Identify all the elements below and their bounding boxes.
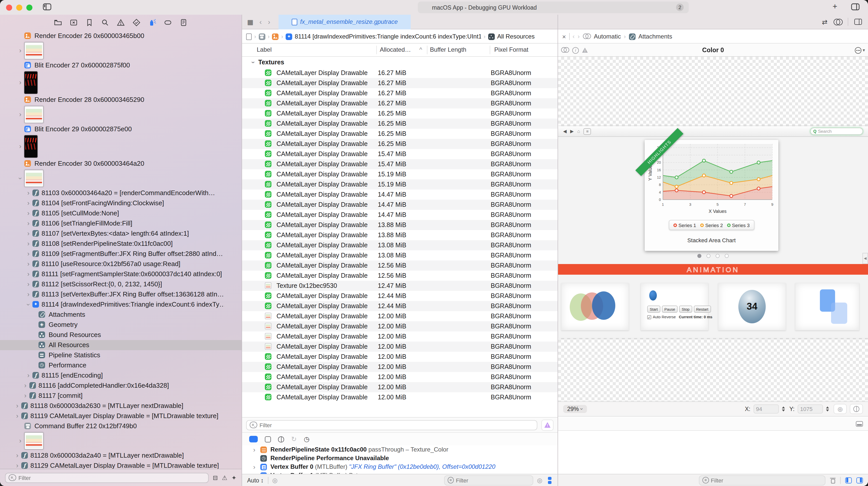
status-filter-field[interactable]: ≡ — [444, 475, 533, 485]
shader-debugger-button[interactable] — [278, 436, 284, 442]
bound-resource-row[interactable]: ›RenderPipelineState 0x11fc0ac00 passThr… — [242, 446, 558, 454]
outline-row[interactable]: ›81113 [setVertexBuffer:JFX Ring Buffer … — [0, 289, 242, 299]
search-icon[interactable] — [101, 18, 110, 27]
disclosure-chevron-icon[interactable]: › — [25, 289, 31, 299]
disclosure-chevron-icon[interactable]: › — [14, 461, 20, 469]
bound-resource-row[interactable]: ›Vertex Buffer 0 (MTLBuffer) "JFX Ring B… — [242, 463, 558, 471]
disclosure-chevron-icon[interactable]: › — [251, 463, 257, 471]
outline-row[interactable]: ›81114 [drawIndexedPrimitives:Triangle i… — [0, 299, 242, 310]
breadcrumb-tail[interactable]: All Resources — [497, 33, 534, 40]
x-input[interactable] — [756, 406, 776, 412]
reload-button[interactable]: ↻ — [291, 435, 297, 443]
collapse-handle[interactable]: ◀ — [862, 253, 868, 264]
outline-row[interactable]: ›81109 [setFragmentBuffer:JFX Ring Buffe… — [0, 249, 242, 259]
right-panel-toggle-icon[interactable] — [856, 477, 863, 483]
target-icon[interactable]: ◎ — [537, 477, 542, 484]
outline-row[interactable]: Blit Encoder 27 0x600002875f00 — [0, 60, 242, 70]
table-group-row[interactable]: › Textures — [242, 57, 558, 68]
disclosure-chevron-icon[interactable]: › — [25, 249, 31, 259]
list-icon[interactable] — [179, 18, 188, 27]
disclosure-chevron-icon[interactable]: › — [22, 380, 28, 391]
folder-icon[interactable] — [54, 18, 62, 27]
x-coordinate-field[interactable] — [753, 404, 779, 413]
disclosure-chevron-icon[interactable]: › — [25, 229, 31, 239]
table-row[interactable]: CAMetalLayer Display Drawable12.44 MiBBG… — [242, 291, 558, 301]
warning-filter-icon[interactable]: ⚠ — [222, 474, 227, 481]
auto-mode-select[interactable]: Auto ↕ — [247, 477, 264, 483]
outline-row[interactable]: ›81105 [setCullMode:None] — [0, 208, 242, 219]
disclosure-chevron-icon[interactable]: › — [25, 208, 31, 219]
outline-thumbnail-row[interactable]: › — [0, 41, 242, 60]
zoom-traffic-light[interactable] — [26, 5, 32, 11]
table-filter-input[interactable] — [259, 422, 534, 428]
bound-link[interactable]: "JFX Ring Buffer" (0x12be0deb0), Offset=… — [349, 463, 495, 470]
y-stepper[interactable] — [826, 405, 831, 413]
close-traffic-light[interactable] — [6, 5, 12, 11]
outline-row[interactable]: Render Encoder 30 0x600003464a20 — [0, 159, 242, 169]
status-filter-input[interactable] — [456, 477, 529, 483]
disclosure-chevron-icon[interactable]: › — [25, 219, 31, 229]
sparkle-filter-icon[interactable]: ✦ — [231, 474, 237, 481]
table-row[interactable]: Texture 0x12bec953012.47 MiBBGRA8Unorm — [242, 281, 558, 291]
draw-call-icon[interactable] — [286, 33, 292, 40]
outline-row[interactable]: ›81112 [setScissorRect:{0, 0, 2132, 1450… — [0, 279, 242, 289]
resource-groups-icon[interactable] — [547, 477, 553, 484]
outline-row[interactable]: ›81118 0x600003da2630 = [MTLLayer nextDr… — [0, 401, 242, 411]
table-row[interactable]: CAMetalLayer Display Drawable14.47 MiBBG… — [242, 190, 558, 200]
outline-row[interactable]: Render Encoder 28 0x600003465290 — [0, 95, 242, 105]
x-stepper[interactable] — [782, 405, 786, 413]
table-row[interactable]: CAMetalLayer Display Drawable16.27 MiBBG… — [242, 68, 558, 78]
y-coordinate-field[interactable] — [798, 404, 823, 413]
attachments-view-button[interactable] — [265, 436, 271, 442]
sort-indicator[interactable]: ^ — [419, 46, 422, 53]
right-filter-field[interactable]: ≡ — [699, 475, 826, 485]
outline-row[interactable]: Bound Resources — [0, 330, 242, 340]
new-tab-icon[interactable]: + — [833, 2, 837, 11]
breadcrumb[interactable]: 81114 [drawIndexedPrimitives:Triangle in… — [295, 33, 481, 40]
forward-chevron-icon[interactable]: › — [268, 18, 270, 26]
tab-overview-icon[interactable] — [851, 3, 860, 13]
outline-row[interactable]: ›81110 [useResource:0x12bf567a0 usage:Re… — [0, 259, 242, 269]
outline-row[interactable]: ›81128 0x600003da2a40 = [MTLLayer nextDr… — [0, 451, 242, 461]
table-row[interactable]: CAMetalLayer Display Drawable12.00 MiBBG… — [242, 362, 558, 372]
spray-icon[interactable] — [148, 18, 156, 27]
outline-thumbnail-row[interactable]: › — [0, 431, 242, 451]
outline-row[interactable]: ›81103 0x600003464a20 = [renderCommandEn… — [0, 188, 242, 198]
add-editor-icon[interactable] — [854, 19, 862, 25]
column-label[interactable]: Label — [257, 46, 272, 53]
table-row[interactable]: CAMetalLayer Display Drawable15.19 MiBBG… — [242, 179, 558, 190]
filter-menu-icon[interactable]: ≡ — [447, 477, 454, 483]
forward-chevron-icon[interactable]: › — [578, 33, 580, 40]
target-button[interactable]: ◎ — [834, 404, 847, 414]
diamond-check-icon[interactable] — [132, 18, 141, 27]
table-row[interactable]: CAMetalLayer Display Drawable16.25 MiBBG… — [242, 109, 558, 119]
outline-row[interactable]: ›81111 [setFragmentSamplerState:0x600003… — [0, 269, 242, 279]
table-row[interactable]: CAMetalLayer Display Drawable12.00 MiBBG… — [242, 392, 558, 402]
trash-icon[interactable] — [830, 477, 836, 483]
table-filter-field[interactable]: ≡˯ — [246, 420, 537, 430]
attachments-crumb[interactable]: Attachments — [638, 33, 672, 40]
disclosure-chevron-icon[interactable]: › — [25, 370, 31, 380]
automatic-crumb[interactable]: Automatic — [594, 33, 621, 40]
disclosure-chevron-icon[interactable]: › — [25, 279, 31, 289]
filter-menu-icon[interactable]: ≡˯ — [250, 422, 257, 428]
sidebar-divider[interactable] — [242, 15, 242, 486]
sidebar-filter-input[interactable] — [19, 475, 205, 481]
table-row[interactable]: CAMetalLayer Display Drawable15.19 MiBBG… — [242, 169, 558, 179]
document-icon[interactable] — [246, 33, 252, 40]
warnings-toggle-button[interactable] — [541, 419, 554, 430]
bound-resources-view-button[interactable] — [249, 436, 258, 442]
outline-thumbnail-row[interactable]: › — [0, 134, 242, 159]
table-row[interactable]: CAMetalLayer Display Drawable16.27 MiBBG… — [242, 88, 558, 98]
command-buffer-icon[interactable] — [258, 33, 265, 40]
table-row[interactable]: CAMetalLayer Display Drawable15.47 MiBBG… — [242, 159, 558, 169]
bound-resource-row[interactable]: RenderPipeline Performance Unavailable — [242, 454, 558, 463]
window-title[interactable]: macOS App - Debugging GPU Workload 2 — [418, 2, 689, 13]
filter-menu-icon[interactable]: ≡˯ — [9, 474, 17, 481]
capsule-icon[interactable] — [163, 18, 172, 27]
right-filter-input[interactable] — [711, 477, 822, 483]
visibility-icon[interactable]: ◎ — [272, 477, 278, 484]
table-row[interactable]: CAMetalLayer Display Drawable16.27 MiBBG… — [242, 98, 558, 109]
disclosure-chevron-icon[interactable]: › — [14, 411, 20, 421]
flag-filter-icon[interactable]: ⊟ — [213, 474, 218, 481]
